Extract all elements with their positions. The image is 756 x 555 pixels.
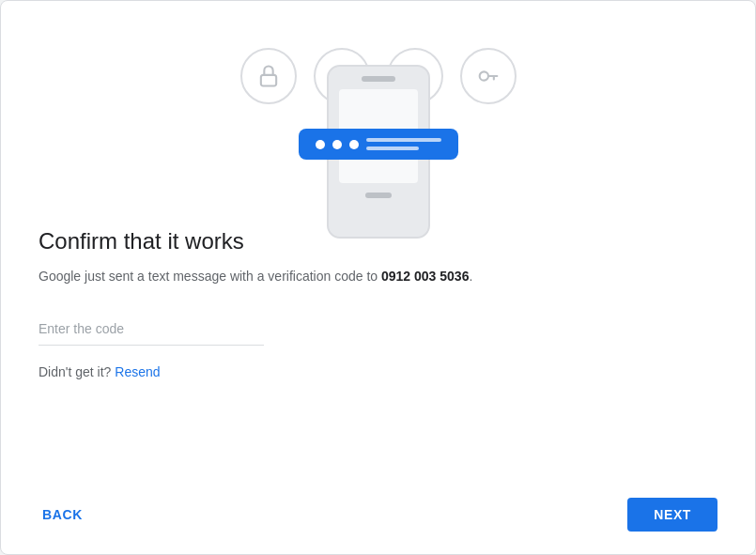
lock-icon-circle (240, 48, 297, 104)
code-input[interactable] (39, 313, 264, 346)
sms-line-1 (366, 138, 441, 142)
description-prefix: Google just sent a text message with a v… (39, 269, 381, 284)
description: Google just sent a text message with a v… (39, 266, 717, 286)
key-icon (475, 63, 501, 89)
sms-lines (366, 138, 441, 150)
icon-row (240, 48, 517, 104)
back-button[interactable]: BACK (39, 500, 86, 530)
resend-link[interactable]: Resend (115, 364, 160, 379)
svg-rect-0 (260, 75, 275, 86)
phone-notch (362, 76, 395, 82)
description-suffix: . (469, 269, 472, 284)
illustration-area (1, 1, 755, 217)
phone-home-button (365, 193, 392, 198)
phone-illustration (327, 65, 430, 239)
lock-icon (255, 63, 282, 89)
footer: BACK NEXT (1, 483, 755, 554)
phone-number: 0912 003 5036 (381, 269, 469, 284)
sms-line-2 (366, 146, 419, 150)
sms-dot-2 (332, 140, 342, 149)
resend-row: Didn't get it? Resend (39, 364, 717, 379)
next-button[interactable]: NEXT (627, 498, 717, 532)
sms-dot (316, 140, 325, 149)
code-input-wrapper (39, 313, 264, 346)
main-card: Confirm that it works Google just sent a… (0, 0, 756, 555)
resend-prefix: Didn't get it? (39, 364, 111, 379)
sms-bar (299, 129, 458, 160)
svg-point-2 (479, 71, 487, 80)
key-icon-circle (460, 48, 517, 104)
sms-dot-3 (349, 140, 359, 149)
content-area: Confirm that it works Google just sent a… (1, 217, 755, 483)
